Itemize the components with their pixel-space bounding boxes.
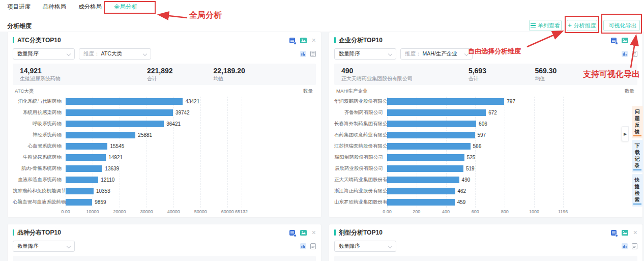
bar-value: 459 [457,199,466,205]
card-accent-bar [334,37,336,43]
sort-select[interactable]: 数量降序 [334,48,396,60]
category-label: 正大天晴药业集团股份有限... [334,177,387,183]
x-axis-tick: 50000 [194,209,207,214]
bar-value: 39742 [175,110,190,115]
report-icon[interactable] [289,38,295,43]
dimension-select[interactable]: 维度：ATC大类 [79,48,151,60]
close-icon[interactable]: × [312,37,316,43]
bar-row: 神经系统药物25881 [13,129,316,140]
x-axis-title: 数量 [303,88,313,95]
table-view-icon[interactable] [632,243,637,249]
x-axis-tick: 0.00 [383,209,392,214]
stats-row: 14,921生殖泌尿系统药物 221,892合计 22,189.20均值 [13,64,316,85]
bar[interactable] [66,121,164,127]
bar-value: 43421 [185,99,199,104]
stat-label: 均值 [214,75,309,82]
top-tab-bar: 项目进度 品种格局 成分格局 全局分析 [0,0,644,14]
bar[interactable] [387,121,476,127]
bar[interactable] [387,199,455,206]
image-export-icon[interactable] [300,38,307,43]
sort-select[interactable]: 数量降序 [13,48,75,60]
bar[interactable] [387,154,464,161]
table-view-icon[interactable] [310,51,316,57]
card-title: 企业分析TOP10 [339,36,611,45]
close-icon[interactable]: × [633,229,637,236]
bar[interactable] [66,177,98,183]
dimension-select[interactable]: 维度：MAH/生产企业 [400,48,473,60]
tab-global-analysis[interactable]: 全局分析 [114,0,137,14]
category-label: 血液和造血系统药物 [13,177,66,183]
bar[interactable] [66,98,183,105]
bar[interactable] [387,132,475,138]
table-view-icon[interactable] [632,51,637,57]
table-view-icon[interactable] [310,243,316,249]
tab-ingredient-pattern[interactable]: 成分格局 [78,0,102,14]
bar[interactable] [387,188,455,194]
bar[interactable] [66,165,102,172]
report-icon[interactable] [611,38,617,43]
bar[interactable] [387,98,504,105]
analysis-dimension-button[interactable]: + 分析维度 [567,20,597,31]
bar-value: 10353 [96,188,110,194]
bar-row: 心血管系统药物15545 [13,140,316,152]
bar[interactable] [66,143,107,150]
stat-value: 14,921 [20,67,147,75]
side-tab-download-history[interactable]: 下载记录 [632,140,643,172]
expand-panel-handle[interactable]: ▶ [622,126,629,141]
category-label: 江苏恒瑞医药股份有限公司 [334,143,387,150]
category-label: 心脑血管与血液系统药物 [13,199,66,206]
bar-row: 华润双鹤药业股份有限公司797 [334,96,637,107]
bar-row: 生殖泌尿系统药物14921 [13,152,316,163]
category-label: 呼吸系统药物 [13,121,66,127]
category-label: 肌肉-骨骼系统药物 [13,165,66,172]
image-export-icon[interactable] [622,230,628,236]
image-export-icon[interactable] [622,38,628,43]
category-label: 心血管系统药物 [13,143,66,150]
bar[interactable] [66,154,106,161]
report-icon[interactable] [289,230,295,236]
chart-view-icon[interactable] [300,243,306,249]
card-title: 剂型分析TOP10 [339,228,611,237]
bar[interactable] [66,109,173,116]
single-column-view-button[interactable]: 单列查看 [529,20,562,31]
x-axis-tick: 65132 [235,209,248,214]
bar[interactable] [387,143,471,150]
category-label: 生殖泌尿系统药物 [13,154,66,161]
card-accent-bar [334,229,336,236]
side-tab-strip: 问题反馈 下载记录 快捷检索 [632,106,643,207]
x-axis-tick: 0.00 [61,209,70,214]
x-axis-tick: 40000 [167,209,180,214]
category-label: 瑞阳制药股份有限公司 [334,154,387,161]
tab-project-progress[interactable]: 项目进度 [7,0,31,14]
bar[interactable] [66,132,135,138]
bar-value: 14921 [108,155,123,160]
visual-export-button[interactable]: 可视化导出 [603,20,640,31]
chart-view-icon[interactable] [300,51,306,57]
close-icon[interactable]: × [312,229,316,236]
bar[interactable] [387,165,463,172]
stats-row [334,256,637,261]
chart-view-icon[interactable] [622,51,628,57]
expand-arrow-icon: ▶ [624,132,627,136]
bar[interactable] [387,177,459,183]
x-axis-tick: 10000 [86,209,99,214]
close-icon[interactable]: × [633,37,637,43]
category-label: 浙江海正药业股份有限公司 [334,188,387,194]
report-icon[interactable] [611,230,617,236]
bar[interactable] [66,199,92,206]
chart-view-icon[interactable] [622,243,628,249]
side-tab-feedback[interactable]: 问题反馈 [632,106,643,138]
bar-chart: 华润双鹤药业股份有限公司797齐鲁制药有限公司672长春海外制药集团有限公司60… [334,96,637,216]
bar[interactable] [66,188,94,194]
category-label: 消化系统与代谢药物 [13,98,66,105]
side-tab-quick-search[interactable]: 快捷检索 [632,174,643,207]
sort-select[interactable]: 数量降序 [13,241,75,252]
sort-select[interactable]: 数量降序 [334,241,396,252]
bar-value: 9859 [95,199,106,205]
bar[interactable] [387,109,486,116]
bar-value: 797 [507,99,515,104]
tab-variety-pattern[interactable]: 品种格局 [43,0,66,14]
bar-value: 15545 [110,143,124,149]
image-export-icon[interactable] [300,230,307,236]
x-axis-tick: 400 [442,209,450,214]
